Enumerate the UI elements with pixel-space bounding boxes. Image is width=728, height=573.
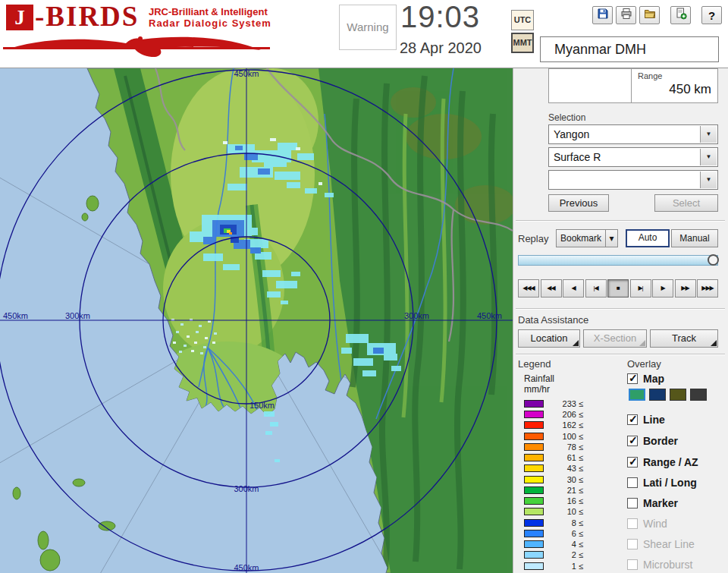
chevron-down-icon[interactable]: ▼ bbox=[700, 126, 717, 143]
play-button[interactable]: ▶ bbox=[652, 279, 673, 298]
legend-row: 78 ≤ bbox=[524, 442, 583, 452]
bookmark-menu-arrow[interactable]: ▾ bbox=[605, 229, 618, 247]
overlay-item-range-az[interactable]: Range / AZ bbox=[627, 455, 698, 469]
step-back-button[interactable]: |◀ bbox=[585, 279, 607, 298]
border-checkbox[interactable] bbox=[627, 436, 638, 446]
mmt-button[interactable]: MMT bbox=[511, 33, 534, 53]
save-button[interactable] bbox=[592, 6, 613, 24]
header-bar: J -BIRDS JRC-Brilliant & Intelligent Rad… bbox=[0, 0, 728, 68]
replay-slider[interactable] bbox=[518, 255, 718, 266]
jump-end-button[interactable]: ▶▶▶ bbox=[697, 279, 718, 298]
range-ring-label: 450km bbox=[234, 563, 259, 572]
legend-row: 30 ≤ bbox=[524, 475, 583, 484]
legend-swatch bbox=[524, 530, 544, 537]
overlay-item-label: Range / AZ bbox=[643, 456, 698, 468]
wind-checkbox bbox=[627, 518, 638, 529]
location-button[interactable]: Location bbox=[518, 329, 580, 348]
overlay-item-label: Map bbox=[643, 373, 664, 385]
legend-swatch bbox=[524, 464, 544, 472]
print-icon bbox=[620, 8, 632, 23]
legend-swatch bbox=[524, 476, 544, 483]
map-checkbox[interactable] bbox=[627, 373, 638, 384]
x-section-button[interactable]: X-Section bbox=[583, 329, 647, 348]
overlay-item-border[interactable]: Border bbox=[627, 434, 678, 448]
overlay-item-label: Wind bbox=[643, 518, 667, 530]
lati-long-checkbox[interactable] bbox=[627, 477, 638, 488]
help-button[interactable]: ? bbox=[701, 6, 722, 24]
extra-select[interactable]: ▼ bbox=[548, 170, 718, 190]
overlay-item-map[interactable]: Map bbox=[627, 372, 664, 386]
map-style-option[interactable] bbox=[649, 389, 666, 401]
open-folder-button[interactable] bbox=[639, 6, 660, 24]
overlay-item-marker[interactable]: Marker bbox=[627, 496, 678, 510]
legend-value: 78 ≤ bbox=[548, 442, 583, 452]
legend-unit-line2: mm/hr bbox=[524, 384, 550, 395]
fast-forward-button[interactable]: ▶▶ bbox=[675, 279, 696, 298]
utc-button[interactable]: UTC bbox=[511, 10, 534, 30]
legend-swatch bbox=[524, 508, 544, 515]
manual-mode-button[interactable]: Manual bbox=[671, 229, 718, 247]
chevron-down-icon[interactable]: ▼ bbox=[700, 149, 717, 165]
site-select[interactable]: Yangon ▼ bbox=[548, 124, 718, 144]
radar-map[interactable]: 450km 450km 300km 300km 450km 150km 300k… bbox=[0, 68, 513, 573]
bookmark-button[interactable]: Bookmark bbox=[556, 229, 606, 247]
open-folder-icon bbox=[644, 8, 656, 23]
map-style-option[interactable] bbox=[629, 389, 645, 401]
product-select[interactable]: Surface R ▼ bbox=[548, 147, 718, 167]
overlay-item-wind: Wind bbox=[627, 517, 667, 530]
data-assistance-section-label: Data Assistance bbox=[518, 314, 588, 326]
replay-slider-thumb[interactable] bbox=[708, 254, 719, 266]
chevron-down-icon[interactable]: ▼ bbox=[700, 172, 717, 188]
legend-row: 1 ≤ bbox=[524, 562, 583, 571]
export-button[interactable] bbox=[670, 6, 691, 24]
map-style-option[interactable] bbox=[670, 389, 686, 401]
legend-value: 162 ≤ bbox=[548, 420, 583, 430]
overlay-item-lati-long[interactable]: Lati / Long bbox=[627, 476, 697, 490]
overlay-section-label: Overlay bbox=[627, 358, 661, 370]
legend-swatch bbox=[524, 433, 544, 440]
save-icon bbox=[597, 8, 609, 23]
select-button[interactable]: Select bbox=[654, 194, 718, 212]
toolbar: ? bbox=[592, 6, 722, 24]
track-button[interactable]: Track bbox=[650, 329, 718, 348]
legend-swatch bbox=[524, 562, 544, 570]
auto-mode-button[interactable]: Auto bbox=[626, 229, 670, 247]
line-checkbox[interactable] bbox=[627, 414, 638, 425]
range-ring-label: 450km bbox=[477, 311, 502, 320]
legend-value: 43 ≤ bbox=[548, 464, 583, 473]
legend-value: 1 ≤ bbox=[548, 562, 583, 571]
legend-swatch bbox=[524, 551, 544, 559]
legend-value: 2 ≤ bbox=[548, 550, 583, 559]
legend-value: 21 ≤ bbox=[548, 486, 583, 495]
jump-start-button[interactable]: ◀◀◀ bbox=[518, 279, 539, 298]
legend-swatch bbox=[524, 443, 544, 451]
range-ring-label: 150km bbox=[249, 401, 275, 410]
replay-section-label: Replay bbox=[518, 233, 548, 244]
legend-row: 6 ≤ bbox=[524, 529, 583, 538]
range-display-right: Range 450 km bbox=[631, 69, 717, 102]
map-style-swatches bbox=[629, 389, 707, 401]
play-backward-button[interactable]: ◀ bbox=[563, 279, 584, 298]
export-icon bbox=[675, 8, 687, 23]
help-icon: ? bbox=[708, 9, 715, 22]
station-title: Myanmar DMH bbox=[540, 36, 719, 62]
previous-button[interactable]: Previous bbox=[548, 194, 609, 212]
overlay-item-line[interactable]: Line bbox=[627, 413, 665, 427]
jbirds-window: J -BIRDS JRC-Brilliant & Intelligent Rad… bbox=[0, 0, 728, 573]
legend-swatch bbox=[524, 540, 544, 548]
fast-rewind-button[interactable]: ◀◀ bbox=[541, 279, 562, 298]
range-az-checkbox[interactable] bbox=[627, 457, 638, 468]
divider bbox=[516, 354, 725, 355]
warning-indicator[interactable]: Warning bbox=[339, 5, 397, 50]
print-button[interactable] bbox=[616, 6, 636, 24]
logo-subtitle-line2: Radar Dialogic System bbox=[149, 17, 271, 29]
legend-row: 43 ≤ bbox=[524, 464, 583, 473]
range-ring-label: 450km bbox=[234, 69, 259, 78]
legend-row: 8 ≤ bbox=[524, 518, 583, 527]
map-style-option[interactable] bbox=[690, 389, 707, 401]
range-ring-label: 300km bbox=[234, 484, 259, 493]
range-ring-label: 450km bbox=[3, 311, 28, 320]
marker-checkbox[interactable] bbox=[627, 498, 638, 508]
step-forward-button[interactable]: ▶| bbox=[630, 279, 651, 298]
stop-button[interactable]: ■ bbox=[607, 279, 629, 298]
